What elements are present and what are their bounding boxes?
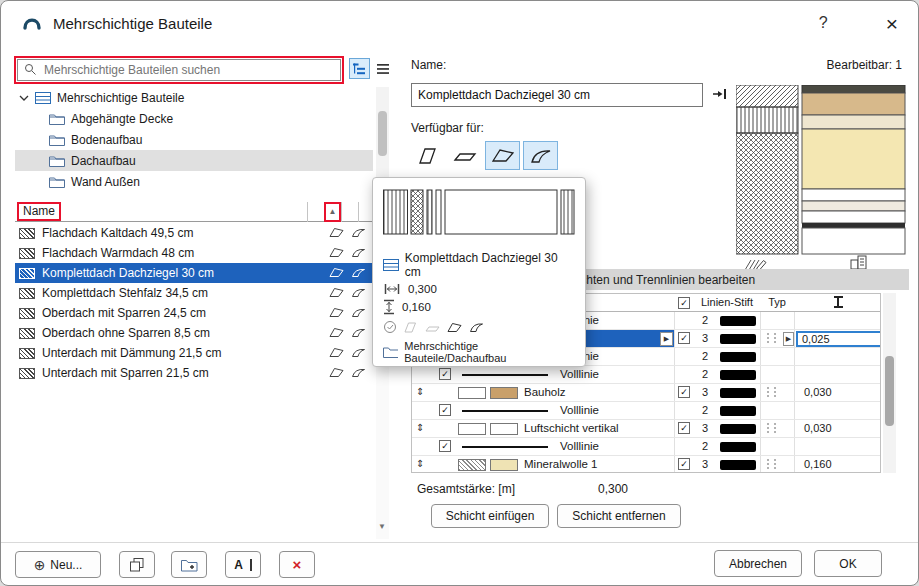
sort-arrow-button[interactable]: ▲ — [324, 202, 341, 222]
tree-view-toggle[interactable] — [349, 58, 370, 79]
material-swatch — [490, 387, 518, 399]
pen-number[interactable]: 3 — [696, 332, 714, 344]
shell-icon — [351, 227, 366, 238]
help-button[interactable]: ? — [819, 14, 828, 32]
skin-row[interactable]: ⇕ Luftschicht vertikal ▶ ✓ 3 ▶ 0,030 0,0… — [412, 420, 880, 438]
tree-root-item[interactable]: Mehrschichtige Bauteile — [15, 87, 373, 108]
skin-pen-checkbox[interactable]: ✓ — [678, 332, 690, 344]
tree-item[interactable]: Bodenaufbau — [15, 129, 373, 150]
separator-row[interactable]: ✓ Volllinie 2 — [412, 402, 880, 420]
remove-skin-button[interactable]: Schicht entfernen — [557, 504, 681, 528]
search-input[interactable] — [42, 62, 334, 78]
skin-thickness[interactable]: 0,160 — [804, 458, 832, 470]
pen-number[interactable]: 3 — [696, 458, 714, 470]
pen-number[interactable]: 3 — [696, 386, 714, 398]
column-header-cell[interactable] — [341, 202, 358, 222]
skins-scrollbar[interactable] — [883, 293, 896, 473]
header-checkbox[interactable]: ✓ — [678, 297, 690, 309]
pen-color-swatch[interactable] — [720, 370, 756, 380]
insert-skin-button[interactable]: Schicht einfügen — [431, 504, 549, 528]
separator-line-preview — [462, 446, 548, 448]
separator-row[interactable]: ✓ Volllinie 2 — [412, 366, 880, 384]
skin-material-name[interactable]: Bauholz — [524, 386, 658, 398]
list-item[interactable]: Komplettdach Dachziegel 30 cm — [15, 263, 375, 283]
list-item[interactable]: Unterdach mit Sparren 21,5 cm — [15, 363, 375, 383]
pen-color-swatch[interactable] — [720, 352, 756, 362]
skin-thickness[interactable]: 0,030 — [804, 422, 832, 434]
cancel-button[interactable]: Abbrechen — [714, 550, 802, 577]
tooltip-total-row: 0,300 — [384, 283, 575, 295]
new-folder-button[interactable] — [171, 551, 207, 578]
pen-color-swatch[interactable] — [720, 316, 756, 326]
separator-row[interactable]: ✓ Volllinie 2 — [412, 438, 880, 456]
pen-color-swatch[interactable] — [720, 334, 756, 344]
pen-number[interactable]: 2 — [696, 440, 714, 452]
column-header-cell[interactable] — [307, 202, 324, 222]
delete-button[interactable]: × — [279, 551, 315, 578]
pen-number[interactable]: 2 — [696, 350, 714, 362]
reorder-handle[interactable]: ⇕ — [416, 458, 424, 469]
folder-icon — [383, 346, 398, 358]
pen-number[interactable]: 2 — [696, 404, 714, 416]
material-picker-button[interactable]: ▶ — [660, 332, 673, 346]
tree-item[interactable]: Abgehängte Decke — [15, 108, 373, 129]
new-button[interactable]: ⊕ Neu... — [15, 551, 101, 578]
separator-name: Volllinie — [560, 368, 599, 380]
pen-number[interactable]: 3 — [696, 422, 714, 434]
skin-thickness-field[interactable]: 0,025 — [796, 331, 881, 347]
rename-button[interactable]: A — [225, 551, 261, 578]
skin-thickness[interactable]: 0,030 — [804, 386, 832, 398]
list-item[interactable]: Flachdach Warmdach 48 cm — [15, 243, 375, 263]
pen-number[interactable]: 2 — [696, 368, 714, 380]
separator-checkbox[interactable]: ✓ — [439, 440, 451, 452]
slab-toggle[interactable] — [447, 141, 482, 170]
tree-item[interactable]: Wand Außen — [15, 171, 373, 192]
pen-color-swatch[interactable] — [720, 388, 756, 398]
list-item[interactable]: Oberdach ohne Sparren 8,5 cm — [15, 323, 375, 343]
separator-checkbox[interactable]: ✓ — [439, 404, 451, 416]
tree-item[interactable]: Dachaufbau — [15, 150, 373, 171]
list-item-label: Oberdach ohne Sparren 8,5 cm — [42, 326, 375, 340]
list-view-toggle[interactable] — [372, 58, 393, 79]
pen-color-swatch[interactable] — [720, 442, 756, 452]
name-column-header[interactable]: Name — [17, 202, 61, 221]
availability-column-headers: ▲ — [307, 202, 375, 222]
roof-icon — [329, 227, 344, 238]
list-item[interactable]: Flachdach Kaltdach 49,5 cm — [15, 223, 375, 243]
skin-material-name[interactable]: Luftschicht vertikal — [524, 422, 658, 434]
total-thickness-value: 0,300 — [598, 482, 628, 496]
list-item[interactable]: Oberdach mit Sparren 24,5 cm — [15, 303, 375, 323]
shell-icon — [351, 307, 366, 318]
ok-button[interactable]: OK — [814, 550, 882, 577]
skin-pen-checkbox[interactable]: ✓ — [678, 422, 690, 434]
search-box[interactable] — [17, 59, 341, 81]
separator-checkbox[interactable]: ✓ — [439, 368, 451, 380]
reorder-handle[interactable]: ⇕ — [416, 422, 424, 433]
close-icon[interactable]: × — [886, 13, 898, 34]
type-picker-button[interactable]: ▶ — [783, 332, 794, 346]
pen-color-swatch[interactable] — [720, 406, 756, 416]
composite-name-input[interactable] — [411, 83, 703, 107]
wall-toggle[interactable] — [409, 141, 444, 170]
skin-pen-checkbox[interactable]: ✓ — [678, 458, 690, 470]
skin-row[interactable]: ⇕ Bauholz ▶ ✓ 3 ▶ 0,030 0,030 — [412, 384, 880, 402]
duplicate-button[interactable] — [119, 551, 155, 578]
folder-icon — [49, 176, 65, 188]
pen-color-swatch[interactable] — [720, 424, 756, 434]
pen-color-swatch[interactable] — [720, 460, 756, 470]
skin-row[interactable]: ⇕ Mineralwolle 1 ▶ ✓ 3 ▶ 0,160 0,160 — [412, 456, 880, 473]
roof-toggle[interactable] — [485, 141, 520, 170]
list-item[interactable]: Unterdach mit Dämmung 21,5 cm — [15, 343, 375, 363]
new-folder-icon — [181, 558, 198, 572]
pen-column-header: Linien-Stift — [694, 296, 760, 308]
composite-preview — [736, 85, 906, 255]
reorder-handle[interactable]: ⇕ — [416, 386, 424, 397]
tooltip-core-value: 0,160 — [402, 301, 431, 313]
list-item[interactable]: Komplettdach Stehfalz 34,5 cm — [15, 283, 375, 303]
tree-view-icon — [353, 63, 366, 75]
scroll-down-arrow[interactable]: ▼ — [378, 522, 386, 531]
pen-number[interactable]: 2 — [696, 314, 714, 326]
skin-pen-checkbox[interactable]: ✓ — [678, 386, 690, 398]
shell-toggle[interactable] — [523, 141, 558, 170]
skin-material-name[interactable]: Mineralwolle 1 — [524, 458, 658, 470]
